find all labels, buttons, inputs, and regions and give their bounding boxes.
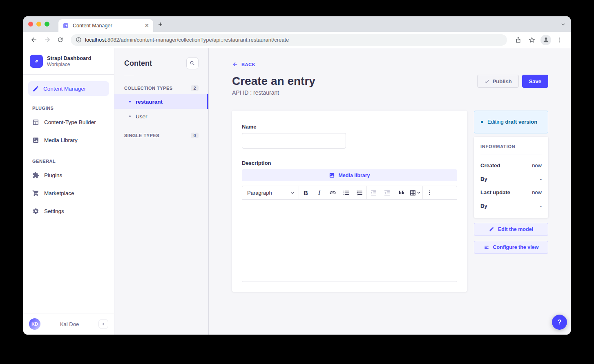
editor-toolbar: Paragraph B I [242,186,457,200]
browser-tab-strip: Content Manager ✕ [23,16,571,32]
edit-model-button[interactable]: Edit the model [474,223,548,236]
more-options-button[interactable] [423,187,436,198]
subnav-item-user[interactable]: User [114,109,208,124]
new-tab-button[interactable] [157,21,163,27]
sidebar-item-marketplace[interactable]: Marketplace [28,184,109,202]
reload-button[interactable] [54,34,66,46]
quote-icon [397,189,405,196]
sidebar-section-general: GENERAL [28,159,109,164]
description-editor-area[interactable] [242,200,457,282]
status-dot-icon [481,121,483,123]
indent-decrease-button[interactable] [381,187,393,198]
info-row-last-update: Last update now [480,189,542,195]
sidebar-item-label: Marketplace [44,190,74,196]
tab-search-chevron-icon[interactable] [561,22,566,27]
strapi-logo-icon [30,55,43,68]
maximize-window-button[interactable] [45,22,49,27]
url-text: localhost:8082/admin/content-manager/col… [85,37,289,43]
name-field-label: Name [242,124,457,130]
sidebar-item-plugins[interactable]: Plugins [28,166,109,184]
gear-icon [32,208,39,215]
close-window-button[interactable] [28,22,33,27]
publish-button[interactable]: Publish [477,75,519,88]
link-icon [329,189,336,196]
check-icon [484,79,489,84]
chevron-down-icon [290,191,295,195]
sidebar-section-plugins: PLUGINS [28,106,109,111]
sidebar-item-content-type-builder[interactable]: Content-Type Builder [28,113,109,131]
page-title: Create an entry [232,75,315,88]
collapse-sidebar-button[interactable] [98,319,108,329]
draft-status-text: Editing draft version [487,118,537,126]
divider [422,186,423,199]
insert-table-button[interactable] [408,189,422,196]
media-library-button[interactable]: Media library [242,169,457,181]
sidebar-item-label: Media Library [44,137,78,143]
api-id-subtitle: API ID : restaurant [232,89,548,96]
subnav-title: Content [124,59,152,68]
collection-types-count-badge: 2 [191,85,199,91]
minimize-window-button[interactable] [36,22,41,27]
paragraph-style-dropdown[interactable]: Paragraph [242,186,299,199]
window-controls [28,22,49,27]
avatar[interactable]: KD [29,318,40,330]
workspace-brand[interactable]: Strapi Dashboard Workplace [23,48,114,75]
sidebar-item-settings[interactable]: Settings [28,202,109,220]
sidebar-nav-list: Content Manager PLUGINS Content-Type Bui… [23,75,114,220]
chevron-down-icon [417,191,421,195]
share-icon[interactable] [512,34,524,46]
link-button[interactable] [326,187,339,198]
puzzle-icon [32,172,39,179]
content-subnav: Content COLLECTION TYPES 2 restaurant Us… [114,48,209,335]
indent-decrease-icon [384,189,391,196]
image-icon [329,172,335,178]
browser-menu-icon[interactable] [554,34,566,46]
site-info-icon[interactable] [76,37,82,43]
sidebar-item-label: Content Manager [43,86,86,92]
entry-aside: Editing draft version INFORMATION Create… [474,111,548,254]
bold-button[interactable]: B [299,187,312,198]
main-content: BACK Create an entry Publish Save API ID… [209,48,571,335]
divider [366,186,367,199]
save-button[interactable]: Save [522,75,548,88]
browser-window: Content Manager ✕ localhost:8082/admin/c… [23,16,571,335]
single-types-heading: SINGLE TYPES 0 [114,129,208,142]
bullet-icon [129,101,131,102]
subnav-item-restaurant[interactable]: restaurant [114,94,208,109]
bookmark-star-icon[interactable] [526,34,538,46]
configure-lines-icon [484,244,489,250]
tab-close-icon[interactable]: ✕ [145,23,149,28]
browser-tab[interactable]: Content Manager ✕ [58,19,153,32]
collection-types-heading: COLLECTION TYPES 2 [114,82,208,94]
tab-title: Content Manager [73,23,141,29]
help-button[interactable]: ? [552,315,567,330]
italic-button[interactable]: I [313,187,326,198]
address-bar[interactable]: localhost:8082/admin/content-manager/col… [71,34,507,46]
single-types-count-badge: 0 [191,133,199,138]
back-browser-button[interactable] [28,34,40,46]
table-icon [409,189,416,196]
sidebar-item-media-library[interactable]: Media Library [28,131,109,149]
strapi-app: Strapi Dashboard Workplace Content Manag… [23,48,571,335]
strapi-favicon-icon [63,22,69,29]
sidebar-item-label: Settings [44,208,64,214]
numbered-list-button[interactable] [353,187,366,198]
bulleted-list-icon [343,189,350,196]
blockquote-button[interactable] [395,187,407,198]
sidebar-item-label: Content-Type Builder [44,119,96,125]
user-name: Kai Doe [44,321,95,327]
information-heading: INFORMATION [480,144,542,149]
main-sidebar: Strapi Dashboard Workplace Content Manag… [23,48,114,335]
forward-browser-button[interactable] [41,34,53,46]
indent-increase-button[interactable] [367,187,380,198]
name-input[interactable] [242,133,346,149]
sidebar-item-content-manager[interactable]: Content Manager [28,81,109,96]
pencil-icon [489,226,494,232]
divider [299,186,299,199]
configure-view-button[interactable]: Configure the view [474,241,548,254]
subnav-item-label: User [136,113,147,120]
search-button[interactable] [186,57,199,69]
back-link[interactable]: BACK [232,61,255,67]
browser-profile-avatar[interactable] [540,35,551,45]
bulleted-list-button[interactable] [340,187,353,198]
